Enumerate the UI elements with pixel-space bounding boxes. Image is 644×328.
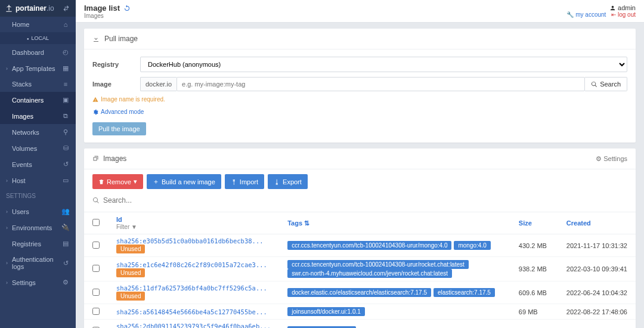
image-created: 2023-01-10 13:47:54 <box>558 320 636 329</box>
image-tag[interactable]: swr.cn-north-4.myhuaweicloud.com/jeven/r… <box>287 269 452 278</box>
gear-icon <box>92 109 98 115</box>
brand[interactable]: portainer.io <box>0 0 76 17</box>
home-icon: ⌂ <box>61 21 70 28</box>
export-button[interactable]: ⭳ Export <box>268 174 308 189</box>
row-checkbox[interactable] <box>92 289 100 296</box>
sidebar-item-stacks[interactable]: Stacks≡ <box>0 76 76 92</box>
warning-message: Image name is required. <box>92 96 627 103</box>
pull-image-button[interactable]: Pull the image <box>92 122 146 135</box>
portainer-logo-icon <box>5 4 13 13</box>
image-tag[interactable]: joinsunsoft/docker.ui:1.0.1 <box>287 307 365 316</box>
unused-badge: Unused <box>116 245 145 253</box>
sort-icon: ⇅ <box>304 219 309 227</box>
sidebar-item-settings[interactable]: ›Settings⚙ <box>0 274 76 290</box>
sidebar-item-containers[interactable]: Containers▣ <box>0 92 76 108</box>
build-image-button[interactable]: ＋ Build a new image <box>147 174 221 189</box>
gear-icon: ⚙ <box>61 279 70 286</box>
image-size: 69 MB <box>510 304 558 320</box>
sidebar-item-dashboard[interactable]: Dashboard◴ <box>0 44 76 60</box>
env-icon: 🔌 <box>61 224 70 231</box>
authlogs-icon: ↺ <box>61 259 70 267</box>
image-label: Image <box>92 81 140 88</box>
images-card-title: Images <box>103 154 126 163</box>
user-label: admin <box>566 4 636 12</box>
registries-icon: ▤ <box>61 240 70 247</box>
import-button[interactable]: ⭱ Import <box>225 174 264 189</box>
image-size: 609.6 MB <box>510 281 558 304</box>
advanced-mode-link[interactable]: Advanced mode <box>92 109 627 115</box>
row-checkbox[interactable] <box>92 308 100 315</box>
registry-label: Registry <box>92 61 140 68</box>
row-checkbox[interactable] <box>92 265 100 272</box>
image-sha-link[interactable]: sha256:2db0091145239793c5f9e46f0baa6eb..… <box>116 323 271 328</box>
image-sha-link[interactable]: sha256:e305b5d51c0a0bba0161db6becb38... <box>116 237 264 245</box>
user-icon <box>609 5 616 11</box>
select-all-checkbox[interactable] <box>92 219 100 226</box>
refresh-icon[interactable] <box>123 4 131 12</box>
filter-icon[interactable]: ▼ <box>131 224 137 230</box>
sidebar-item-networks[interactable]: Networks⚲ <box>0 124 76 140</box>
image-sha-link[interactable]: sha256:e1c6e42f08c26c2f89c0015a72cae3... <box>116 261 267 268</box>
stacks-icon: ≡ <box>61 81 70 88</box>
trash-icon <box>98 179 104 185</box>
table-row: sha256:11df7a62573d6bf4a0bc7ff5296c5a...… <box>84 281 636 304</box>
sidebar-item-events[interactable]: Events↺ <box>0 156 76 172</box>
chevron-down-icon: ▾ <box>134 178 137 185</box>
table-row: sha256:a56148454e5666be4a5c12770455be...… <box>84 304 636 320</box>
remove-button[interactable]: Remove ▾ <box>92 174 143 189</box>
image-created: 2022-08-22 17:48:06 <box>558 304 636 320</box>
unused-badge: Unused <box>116 292 145 301</box>
images-icon: ⧉ <box>61 112 70 120</box>
sidebar-item-home[interactable]: Home⌂ <box>0 17 76 32</box>
image-created: 2022-06-24 10:04:32 <box>558 281 636 304</box>
image-sha-link[interactable]: sha256:11df7a62573d6bf4a0bc7ff5296c5a... <box>116 284 267 292</box>
images-settings-button[interactable]: ⚙ Settings <box>596 155 627 163</box>
image-created: 2021-11-17 10:31:32 <box>558 234 636 257</box>
search-button[interactable]: Search <box>585 77 627 91</box>
images-list-card: Images ⚙ Settings Remove ▾ ＋ Build a new… <box>84 148 636 328</box>
sidebar-item-users[interactable]: ›Users👥 <box>0 203 76 219</box>
sidebar-item-environments[interactable]: ›Environments🔌 <box>0 219 76 236</box>
host-icon: ▭ <box>61 177 70 184</box>
column-size[interactable]: Size <box>510 212 558 234</box>
images-search-input[interactable] <box>103 194 627 207</box>
column-id[interactable]: IdFilter ▼ <box>108 212 279 234</box>
sidebar-item-authlogs[interactable]: ›Authentication logs↺ <box>0 252 76 274</box>
search-icon <box>92 197 100 204</box>
row-checkbox[interactable] <box>92 242 100 249</box>
networks-icon: ⚲ <box>61 128 70 136</box>
table-row: sha256:e305b5d51c0a0bba0161db6becb38... … <box>84 234 636 257</box>
image-name-input[interactable] <box>177 77 585 91</box>
sidebar-item-apptemplates[interactable]: ›App Templates▦ <box>0 60 76 76</box>
image-tag[interactable]: ccr.ccs.tencentyun.com/tcb-100024104308-… <box>287 241 451 250</box>
image-tag[interactable]: mongo:4.0 <box>454 241 490 250</box>
image-tag[interactable]: elasticsearch:7.17.5 <box>434 288 495 297</box>
events-icon: ↺ <box>61 160 70 168</box>
image-sha-link[interactable]: sha256:a56148454e5666be4a5c12770455be... <box>116 308 267 315</box>
registry-select[interactable]: DockerHub (anonymous) <box>140 57 627 72</box>
table-row: sha256:e1c6e42f08c26c2f89c0015a72cae3...… <box>84 257 636 281</box>
column-tags[interactable]: Tags ⇅ <box>279 212 510 234</box>
sidebar-item-host[interactable]: ›Host▭ <box>0 172 76 188</box>
logout-link[interactable]: ⇤ log out <box>611 11 636 18</box>
sidebar-env[interactable]: LOCAL <box>0 32 76 44</box>
image-tag[interactable]: ccr.ccs.tencentyun.com/tcb-100024104308-… <box>287 260 469 269</box>
sidebar-item-images[interactable]: Images⧉ <box>0 108 76 124</box>
volumes-icon: ⛁ <box>61 144 70 152</box>
page-title: Image list <box>84 4 131 13</box>
brand-text: portainer <box>16 4 47 13</box>
unused-badge: Unused <box>116 268 145 277</box>
column-created[interactable]: Created <box>558 212 636 234</box>
sidebar-item-registries[interactable]: Registries▤ <box>0 236 76 252</box>
swap-icon[interactable] <box>63 4 71 13</box>
image-prefix: docker.io <box>140 77 177 91</box>
clone-icon <box>92 155 100 162</box>
image-size: 938.2 MB <box>510 257 558 281</box>
my-account-link[interactable]: 🔧 my account <box>566 11 606 18</box>
card-title: Pull image <box>104 35 138 43</box>
image-tag[interactable]: docker.elastic.co/elasticsearch/elastics… <box>287 288 431 297</box>
sidebar-item-volumes[interactable]: Volumes⛁ <box>0 140 76 156</box>
containers-icon: ▣ <box>61 96 70 104</box>
breadcrumb: Images <box>84 13 131 19</box>
tachometer-icon: ◴ <box>61 48 70 56</box>
